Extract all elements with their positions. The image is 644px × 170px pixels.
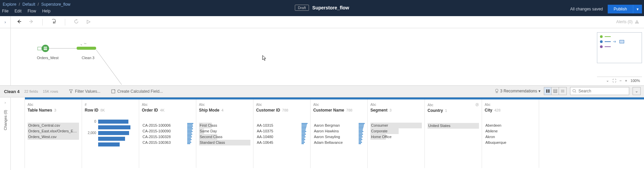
field-card[interactable]: AbcOrder ID4KCA-2015-100006CA-2015-10009…	[139, 99, 196, 168]
canvas-left-rail	[0, 28, 11, 85]
field-name[interactable]: Country1	[428, 108, 479, 113]
expand-left-panel-button[interactable]: ›	[0, 16, 11, 28]
field-type: Abc	[28, 103, 79, 107]
field-card[interactable]: AbcTable Names3Orders_Central.csvOrders_…	[25, 99, 82, 168]
field-value[interactable]: Standard Class	[199, 140, 250, 145]
field-name[interactable]: Table Names3	[28, 108, 79, 113]
field-value[interactable]: Corporate	[370, 128, 422, 134]
alerts-indicator[interactable]: Alerts (0)	[616, 19, 639, 24]
field-name[interactable]: Order ID4K	[142, 108, 193, 113]
flow-title[interactable]: Superstore_flow	[312, 5, 349, 10]
field-value[interactable]: First Class	[199, 123, 250, 128]
field-value[interactable]: United States	[428, 123, 479, 129]
field-value[interactable]: Adam Bellavance	[313, 140, 365, 145]
menu-edit[interactable]: Edit	[14, 9, 22, 13]
field-card[interactable]: AbcCustomer ID788AA-10315AA-10375AA-1048…	[253, 99, 311, 168]
field-name[interactable]: Ship Mode4	[199, 108, 250, 113]
field-card[interactable]: AbcShip Mode4First ClassSame DaySecond C…	[196, 99, 253, 168]
field-card[interactable]: Abc⦿Country1United States	[425, 99, 482, 168]
field-value[interactable]: Aaron Bergman	[313, 123, 365, 128]
field-type: Abc	[199, 103, 250, 107]
field-histogram: 02,000	[85, 119, 136, 147]
refresh-button[interactable]	[73, 19, 79, 25]
field-values: Aaron BergmanAaron HawkinsAaron Smayling…	[313, 123, 365, 145]
view-profile-button[interactable]	[544, 87, 552, 95]
field-name[interactable]: City428	[485, 108, 536, 113]
field-value[interactable]: CA-2015-100363	[142, 140, 193, 145]
svg-rect-19	[554, 92, 557, 93]
svg-point-13	[495, 89, 498, 92]
zoom-out-button[interactable]: −	[619, 79, 621, 83]
field-value[interactable]: AA-10645	[256, 140, 308, 145]
input-node-orders-west[interactable]	[38, 45, 49, 52]
field-value[interactable]: Orders_Central.csv	[28, 123, 79, 128]
field-name[interactable]: Customer Name788	[313, 108, 365, 113]
field-values: First ClassSame DaySecond ClassStandard …	[199, 123, 250, 145]
field-card[interactable]: AbcSegment3ConsumerCorporateHome Office	[368, 99, 425, 168]
svg-rect-14	[496, 92, 497, 93]
field-value[interactable]: Akron	[485, 134, 536, 140]
field-value[interactable]: CA-2015-100006	[142, 123, 193, 128]
breadcrumb-explore[interactable]: Explore	[3, 2, 16, 7]
menu-flow[interactable]: Flow	[28, 9, 36, 13]
field-values: AberdeenAbileneAkronAlbuquerque	[485, 123, 536, 145]
field-value[interactable]: Orders_West.csv	[28, 134, 79, 140]
cursor-icon	[262, 55, 267, 61]
header-right: All changes saved Publish ▼	[570, 5, 642, 13]
publish-menu-button[interactable]: ▼	[633, 5, 642, 13]
flow-canvas[interactable]: Orders_West Clean 3 ⌄ ⛶ − + 100%	[11, 28, 644, 85]
field-value[interactable]: AA-10315	[256, 123, 308, 128]
field-value[interactable]: Albuquerque	[485, 140, 536, 145]
field-value[interactable]: Consumer	[370, 123, 422, 128]
geographic-role-icon: ⦿	[475, 103, 479, 107]
recommendations-button[interactable]: 3 Recommendations ▾	[495, 89, 540, 93]
field-value[interactable]: AA-10375	[256, 128, 308, 134]
search-fields[interactable]	[570, 87, 629, 95]
field-type: Abc	[256, 103, 308, 107]
search-icon	[572, 89, 576, 93]
field-value[interactable]: Aberdeen	[485, 123, 536, 128]
field-value[interactable]: Aaron Smayling	[313, 134, 365, 140]
run-flow-button[interactable]	[85, 19, 91, 25]
field-value[interactable]: AA-10480	[256, 134, 308, 140]
publish-button[interactable]: Publish	[608, 5, 633, 13]
zoom-chevron-down-icon[interactable]: ⌄	[606, 78, 609, 83]
expand-changes-button[interactable]: ›	[5, 101, 6, 104]
field-card[interactable]: AbcCustomer Name788Aaron BergmanAaron Ha…	[311, 99, 368, 168]
step-name[interactable]: Clean 4	[4, 89, 19, 94]
field-value[interactable]: Abilene	[485, 128, 536, 134]
field-card[interactable]: #Row ID8K02,000	[82, 99, 139, 168]
clean-step-node[interactable]	[77, 43, 96, 50]
view-list-button[interactable]	[552, 87, 559, 95]
search-input[interactable]	[578, 89, 622, 93]
field-value[interactable]: Home Office	[370, 134, 422, 140]
field-mini-histogram	[187, 123, 194, 144]
field-value[interactable]: CA-2015-100328	[142, 134, 193, 140]
create-calculated-field-button[interactable]: Create Calculated Field...	[111, 89, 163, 94]
step-row-count: 15K rows	[43, 89, 58, 93]
field-name[interactable]: Row ID8K	[85, 108, 136, 113]
back-button[interactable]	[16, 19, 22, 25]
step-field-count: 22 fields	[24, 89, 38, 93]
field-value[interactable]: Aaron Hawkins	[313, 128, 365, 134]
view-grid-button[interactable]	[559, 87, 566, 95]
pause-data-updates-button[interactable]	[51, 19, 57, 25]
breadcrumb-project[interactable]: Default	[23, 2, 35, 7]
zoom-fit-icon[interactable]: ⛶	[612, 79, 616, 83]
field-type: #	[85, 103, 136, 107]
field-cards: AbcTable Names3Orders_Central.csvOrders_…	[11, 99, 644, 168]
field-value[interactable]: Orders_East.xlsx/Orders_E…	[28, 128, 79, 134]
menu-help[interactable]: Help	[42, 9, 50, 13]
breadcrumb-flow[interactable]: Superstore_flow	[41, 2, 71, 7]
menu-file[interactable]: File	[2, 9, 8, 13]
field-name[interactable]: Segment3	[370, 108, 422, 113]
field-card[interactable]: AbcCity428AberdeenAbileneAkronAlbuquerqu…	[482, 99, 539, 168]
field-name[interactable]: Customer ID788	[256, 108, 308, 113]
step-header: Clean 4 22 fields 15K rows Filter Values…	[0, 85, 644, 97]
field-value[interactable]: CA-2015-100090	[142, 128, 193, 134]
field-value[interactable]: Same Day	[199, 128, 250, 134]
field-value[interactable]: Second Class	[199, 134, 250, 140]
step-options-button[interactable]: ⌄	[633, 87, 641, 95]
zoom-in-button[interactable]: +	[625, 79, 627, 83]
filter-values-button[interactable]: Filter Values...	[69, 89, 100, 94]
